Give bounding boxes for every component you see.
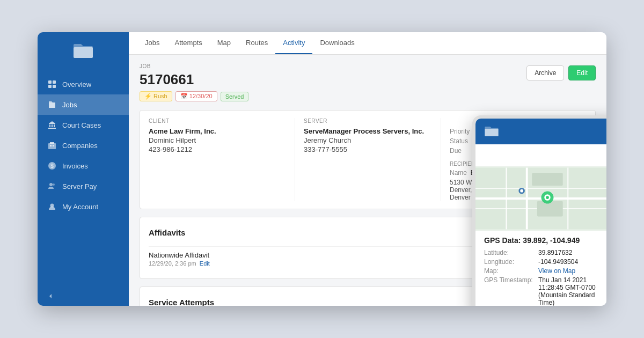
job-number: 5170661 bbox=[140, 71, 194, 88]
mobile-title: New Attempt bbox=[475, 144, 606, 166]
date-badge: 📅 12/30/20 bbox=[175, 91, 217, 101]
sidebar-item-companies-label: Companies bbox=[62, 142, 98, 150]
court-icon bbox=[47, 120, 57, 130]
svg-rect-8 bbox=[48, 143, 56, 149]
svg-rect-1 bbox=[53, 80, 56, 84]
rush-badge: ⚡ Rush bbox=[140, 91, 172, 101]
server-company: ServeManager Process Servers, Inc. bbox=[304, 127, 441, 135]
archive-button[interactable]: Archive bbox=[526, 65, 564, 80]
tab-routes[interactable]: Routes bbox=[238, 32, 275, 54]
jobs-icon bbox=[47, 100, 57, 109]
svg-point-28 bbox=[546, 196, 549, 199]
sidebar-item-account-label: My Account bbox=[62, 203, 98, 211]
sidebar-item-jobs-label: Jobs bbox=[62, 101, 77, 109]
gps-title: GPS Data: 39.892, -104.949 bbox=[484, 236, 606, 245]
svg-rect-7 bbox=[48, 128, 56, 129]
server-name: Jeremy Church bbox=[304, 136, 441, 144]
mobile-logo-icon bbox=[484, 125, 499, 138]
gps-row-map: Map: View on Map bbox=[484, 267, 606, 275]
sidebar-logo bbox=[38, 32, 129, 70]
mobile-overlay: New Attempt bbox=[472, 115, 606, 306]
svg-rect-5 bbox=[52, 124, 53, 127]
tab-attempts[interactable]: Attempts bbox=[167, 32, 209, 54]
served-badge: Served bbox=[221, 92, 249, 101]
client-section: CLIENT Acme Law Firm, Inc. Dominic Hilpe… bbox=[149, 118, 295, 201]
app-container: Overview Jobs Court Cases Companies bbox=[38, 32, 606, 306]
sidebar-item-invoices[interactable]: $ Invoices bbox=[38, 156, 129, 176]
view-on-map-link[interactable]: View on Map bbox=[538, 267, 575, 275]
svg-rect-11 bbox=[53, 145, 54, 146]
gps-key-latitude: Latitude: bbox=[484, 249, 535, 256]
sidebar-collapse-button[interactable] bbox=[38, 286, 129, 306]
gps-row-timestamp: GPS Timestamp: Thu Jan 14 2021 11:28:45 … bbox=[484, 276, 606, 306]
job-info: JOB 5170661 ⚡ Rush 📅 12/30/20 Served bbox=[140, 63, 248, 101]
affidavits-title: Affidavits bbox=[149, 228, 185, 237]
client-name: Dominic Hilpert bbox=[149, 136, 295, 144]
sidebar-item-server-pay[interactable]: Server Pay bbox=[38, 176, 129, 196]
job-label: JOB bbox=[140, 63, 248, 69]
svg-point-15 bbox=[53, 183, 55, 186]
sidebar-item-overview-label: Overview bbox=[62, 80, 91, 89]
map-svg bbox=[475, 166, 606, 231]
affidavit-name: Nationwide Affidavit bbox=[149, 251, 210, 259]
server-phone: 333-777-5555 bbox=[304, 145, 441, 153]
sidebar: Overview Jobs Court Cases Companies bbox=[38, 32, 129, 306]
sidebar-item-jobs[interactable]: Jobs bbox=[38, 94, 129, 115]
chevron-left-icon bbox=[47, 293, 54, 299]
gps-key-map: Map: bbox=[484, 267, 535, 275]
affidavit-edit-link[interactable]: Edit bbox=[200, 260, 210, 267]
account-icon bbox=[47, 202, 57, 211]
logo-icon bbox=[72, 42, 94, 60]
gps-data-section: GPS Data: 39.892, -104.949 Latitude: 39.… bbox=[475, 231, 606, 306]
sidebar-item-companies[interactable]: Companies bbox=[38, 135, 129, 156]
tab-map[interactable]: Map bbox=[210, 32, 238, 54]
server-label: SERVER bbox=[304, 118, 441, 124]
svg-point-14 bbox=[49, 183, 53, 186]
tab-jobs[interactable]: Jobs bbox=[137, 32, 167, 54]
server-pay-icon bbox=[47, 181, 57, 191]
svg-rect-6 bbox=[54, 124, 55, 127]
svg-point-30 bbox=[520, 189, 523, 193]
client-phone: 423-986-1212 bbox=[149, 145, 295, 153]
overview-icon bbox=[47, 79, 57, 89]
server-section: SERVER ServeManager Process Servers, Inc… bbox=[295, 118, 441, 201]
tab-activity[interactable]: Activity bbox=[275, 32, 312, 54]
sidebar-navigation: Overview Jobs Court Cases Companies bbox=[38, 74, 129, 217]
svg-text:$: $ bbox=[50, 163, 54, 169]
gps-key-timestamp: GPS Timestamp: bbox=[484, 276, 535, 306]
svg-rect-24 bbox=[532, 173, 562, 186]
affidavit-meta: 12/29/20, 2:36 pm Edit bbox=[149, 260, 210, 267]
gps-key-longitude: Longitude: bbox=[484, 258, 535, 266]
client-company: Acme Law Firm, Inc. bbox=[149, 127, 295, 135]
sidebar-item-court-cases[interactable]: Court Cases bbox=[38, 115, 129, 135]
svg-rect-3 bbox=[53, 85, 56, 88]
gps-val-timestamp: Thu Jan 14 2021 11:28:45 GMT-0700 (Mount… bbox=[538, 276, 606, 306]
mobile-header bbox=[475, 119, 606, 144]
job-actions: Archive Edit bbox=[526, 65, 596, 80]
sidebar-item-court-label: Court Cases bbox=[62, 121, 101, 129]
companies-icon bbox=[47, 141, 57, 150]
svg-rect-0 bbox=[48, 80, 52, 84]
svg-rect-2 bbox=[48, 85, 52, 88]
mobile-map bbox=[475, 166, 606, 231]
edit-job-button[interactable]: Edit bbox=[568, 65, 596, 80]
gps-val-latitude: 39.8917632 bbox=[538, 249, 572, 256]
sidebar-item-overview[interactable]: Overview bbox=[38, 74, 129, 94]
job-header: JOB 5170661 ⚡ Rush 📅 12/30/20 Served Arc… bbox=[140, 63, 596, 101]
invoices-icon: $ bbox=[47, 161, 57, 171]
sidebar-item-invoices-label: Invoices bbox=[62, 162, 88, 170]
affidavit-info: Nationwide Affidavit 12/29/20, 2:36 pm E… bbox=[149, 251, 210, 267]
svg-rect-9 bbox=[50, 142, 54, 144]
tabs-bar: Jobs Attempts Map Routes Activity Downlo… bbox=[129, 32, 606, 55]
tab-downloads[interactable]: Downloads bbox=[312, 32, 362, 54]
gps-row-longitude: Longitude: -104.9493504 bbox=[484, 258, 606, 266]
svg-rect-4 bbox=[49, 124, 50, 127]
svg-rect-10 bbox=[50, 145, 52, 146]
sidebar-item-my-account[interactable]: My Account bbox=[38, 196, 129, 217]
svg-rect-25 bbox=[537, 201, 563, 217]
gps-val-longitude: -104.9493504 bbox=[538, 258, 578, 266]
gps-row-latitude: Latitude: 39.8917632 bbox=[484, 249, 606, 256]
job-badges: ⚡ Rush 📅 12/30/20 Served bbox=[140, 91, 248, 101]
client-label: CLIENT bbox=[149, 118, 295, 124]
service-attempts-title: Service Attempts bbox=[149, 298, 214, 306]
